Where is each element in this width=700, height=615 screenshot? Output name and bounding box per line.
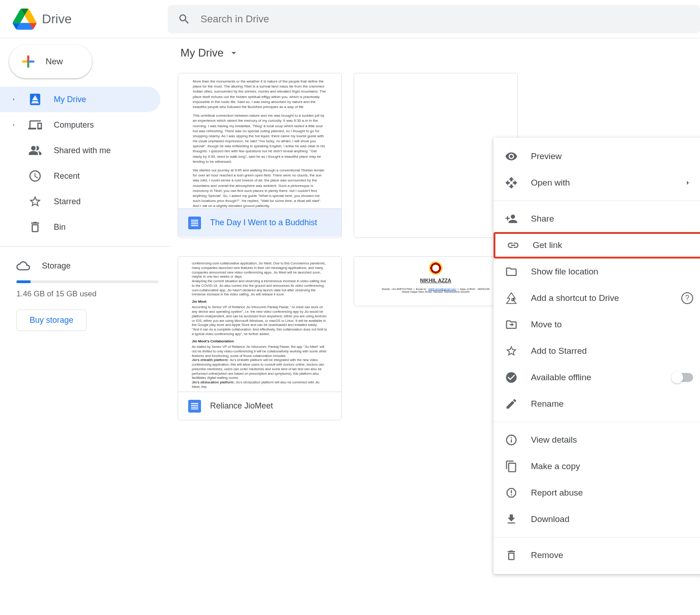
crest-icon (429, 261, 443, 275)
menu-move-to[interactable]: Move to (494, 311, 700, 338)
menu-label: Available offline (531, 372, 591, 382)
file-card[interactable]: More than the monuments or the weather i… (178, 73, 342, 238)
sidebar: New My Drive Computers Shared with me Re… (0, 38, 170, 615)
menu-label: Get link (533, 240, 562, 250)
main-content: My Drive More than the monuments or the … (170, 38, 700, 615)
new-button-label: New (46, 57, 63, 67)
computers-icon (28, 118, 42, 132)
sidebar-item-bin[interactable]: Bin (0, 214, 160, 240)
search-bar[interactable] (168, 5, 700, 33)
chevron-right-icon (683, 178, 692, 187)
menu-get-link[interactable]: Get link (494, 232, 700, 258)
share-icon (504, 212, 518, 226)
file-name: The Day I Went to a Buddhist (210, 218, 317, 227)
shortcut-icon: + (504, 291, 518, 305)
file-preview: NIKHIL AZZA Mobile: +91-8087417540 | Ema… (354, 257, 517, 306)
menu-add-shortcut[interactable]: + Add a shortcut to Drive ? (494, 285, 700, 311)
storage-used-text: 1.46 GB of 15 GB used (16, 289, 159, 299)
menu-label: View details (531, 435, 577, 445)
storage-label: Storage (42, 261, 71, 271)
menu-preview[interactable]: Preview (494, 143, 700, 170)
offline-icon (504, 371, 518, 384)
help-icon[interactable]: ? (681, 292, 693, 304)
menu-divider (494, 422, 700, 422)
plus-icon (19, 52, 37, 71)
sidebar-item-shared[interactable]: Shared with me (0, 138, 160, 163)
app-name: Drive (42, 12, 72, 26)
svg-text:+: + (512, 296, 516, 303)
sidebar-item-recent[interactable]: Recent (0, 163, 160, 189)
drive-logo[interactable]: Drive (13, 8, 168, 30)
menu-remove[interactable]: Remove (494, 542, 700, 568)
sidebar-item-label: Computers (54, 120, 94, 130)
menu-label: Add to Starred (531, 346, 587, 356)
buy-storage-button[interactable]: Buy storage (16, 310, 87, 331)
download-icon (504, 512, 518, 526)
expand-arrow-icon (11, 97, 16, 102)
menu-show-location[interactable]: Show file location (494, 258, 700, 285)
menu-rename[interactable]: Rename (494, 391, 700, 417)
menu-available-offline[interactable]: Available offline (494, 364, 700, 391)
sidebar-item-label: Shared with me (54, 146, 111, 155)
sidebar-item-label: Bin (54, 222, 66, 232)
link-icon (506, 238, 520, 252)
menu-divider (494, 537, 700, 537)
menu-label: Report abuse (531, 488, 583, 498)
storage-row[interactable]: Storage (11, 253, 159, 279)
dropdown-arrow-icon (228, 47, 239, 58)
menu-label: Show file location (531, 267, 598, 277)
storage-section: Storage 1.46 GB of 15 GB used Buy storag… (0, 253, 170, 331)
drive-icon (28, 93, 42, 106)
sidebar-divider (0, 246, 170, 247)
sidebar-item-my-drive[interactable]: My Drive (0, 87, 160, 112)
menu-label: Make a copy (531, 461, 580, 471)
header: Drive (0, 0, 700, 38)
file-card[interactable]: conferencing-cum-collaborative applicati… (178, 256, 342, 420)
trash-icon (504, 548, 518, 562)
search-input[interactable] (201, 13, 690, 25)
file-card[interactable]: NIKHIL AZZA Mobile: +91-8087417540 | Ema… (354, 256, 518, 306)
star-icon (28, 195, 42, 208)
menu-label: Add a shortcut to Drive (531, 293, 619, 303)
context-menu: Preview Open with Share Get link Show fi… (494, 138, 700, 574)
folder-icon (504, 265, 518, 279)
menu-label: Rename (531, 399, 564, 409)
menu-label: Remove (531, 550, 563, 560)
offline-toggle[interactable] (672, 373, 693, 382)
report-icon (504, 486, 518, 500)
file-card-placeholder[interactable] (354, 73, 518, 238)
menu-view-details[interactable]: View details (494, 427, 700, 453)
eye-icon (504, 150, 518, 163)
open-with-icon (504, 176, 518, 190)
document-title: NIKHIL AZZA (368, 278, 504, 283)
sidebar-item-label: Recent (54, 171, 80, 181)
menu-divider (494, 201, 700, 201)
sidebar-item-computers[interactable]: Computers (0, 112, 160, 138)
expand-arrow-icon (11, 122, 16, 128)
rename-icon (504, 397, 518, 411)
drive-logo-icon (13, 8, 36, 30)
sidebar-item-label: My Drive (54, 95, 86, 104)
new-button[interactable]: New (9, 45, 92, 78)
sidebar-item-starred[interactable]: Starred (0, 189, 160, 214)
breadcrumb-label: My Drive (180, 47, 224, 59)
breadcrumb[interactable]: My Drive (178, 47, 692, 59)
file-preview: conferencing-cum-collaborative applicati… (178, 257, 341, 392)
cloud-icon (16, 259, 30, 273)
menu-add-starred[interactable]: Add to Starred (494, 338, 700, 364)
file-footer: Reliance JioMeet (178, 392, 341, 420)
sidebar-item-label: Starred (54, 197, 81, 207)
menu-label: Move to (531, 320, 562, 330)
copy-icon (504, 460, 518, 473)
recent-icon (28, 169, 42, 183)
menu-share[interactable]: Share (494, 206, 700, 232)
google-doc-icon (188, 217, 201, 229)
bin-icon (28, 220, 42, 234)
menu-open-with[interactable]: Open with (494, 170, 700, 196)
menu-make-copy[interactable]: Make a copy (494, 453, 700, 480)
menu-label: Preview (531, 151, 562, 161)
menu-download[interactable]: Download (494, 506, 700, 532)
star-icon (504, 344, 518, 358)
menu-report-abuse[interactable]: Report abuse (494, 480, 700, 506)
storage-bar (16, 280, 159, 283)
